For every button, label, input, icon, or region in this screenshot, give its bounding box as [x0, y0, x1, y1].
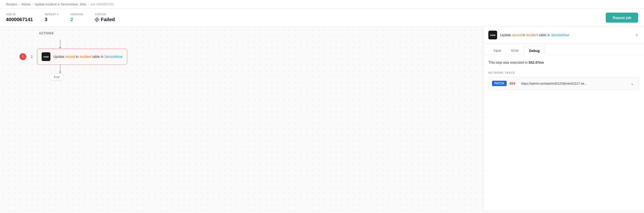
action-service: ServiceNow [104, 55, 122, 59]
execution-prefix: This step was executed in [488, 60, 528, 64]
servicenow-icon-text: now [43, 55, 49, 58]
version-field: VERSION 2 [70, 13, 83, 22]
status-value: Failed [95, 17, 115, 22]
panel-title-suffix: table in [538, 33, 551, 37]
status-code: 404 [510, 81, 518, 85]
breadcrumb-home[interactable]: /Home [21, 2, 30, 6]
expand-trace-button[interactable]: ⌄ [629, 80, 636, 87]
action-prefix: Update [53, 55, 65, 59]
arrow-head-2 [59, 72, 62, 73]
repeat-label: REPEAT # [44, 13, 58, 16]
version-label: VERSION [70, 13, 83, 16]
end-node-wrapper: End [49, 73, 64, 80]
close-panel-button[interactable]: × [634, 31, 639, 39]
tab-error[interactable]: Error [506, 46, 524, 54]
job-id-label: JOB ID [6, 13, 33, 16]
panel-body: This step was executed in 552.47ms NETWO… [484, 55, 644, 211]
network-trace-label: NETWORK TRACE [488, 71, 639, 74]
breadcrumb-recipes[interactable]: Recipes [6, 2, 17, 6]
status-field: STATUS Failed [95, 13, 115, 22]
main-content: ACTIONS ! 2 now Update record in Inciden… [0, 27, 644, 211]
tab-input[interactable]: Input [488, 46, 506, 54]
version-value: 2 [70, 17, 83, 22]
servicenow-icon: now [42, 52, 50, 61]
action-mid: in [75, 55, 80, 59]
repeat-value: 3 [44, 17, 58, 22]
job-id-field: JOB ID 4000067141 [6, 13, 33, 22]
tab-debug[interactable]: Debug [524, 46, 545, 55]
panel-icon-text: now [490, 33, 496, 36]
step-number: 2 [29, 55, 34, 59]
right-panel-header: now Update record in Incident table in S… [484, 27, 644, 43]
actions-label: ACTIONS [39, 32, 478, 35]
trace-row[interactable]: PATCH 404 https://admin:workato%40123@ve… [488, 77, 639, 90]
action-table: Incident [80, 55, 91, 59]
panel-title-mid: in [522, 33, 526, 37]
step-row: ! 2 now Update record in Incident table … [20, 49, 127, 65]
panel-title-prefix: Update [500, 33, 512, 37]
repeat-field: REPEAT # 3 [44, 13, 58, 22]
panel-servicenow-icon: now [488, 31, 497, 39]
tabs-bar: Input Error Debug [484, 43, 644, 55]
status-diamond-icon [94, 17, 100, 22]
panel-title: Update record in Incident table in Servi… [500, 33, 631, 37]
execution-text: This step was executed in 552.47ms [488, 60, 639, 64]
end-node: End [49, 73, 64, 80]
action-card[interactable]: now Update record in Incident table in S… [37, 49, 127, 65]
arrow-connector-top [59, 40, 62, 49]
right-panel: now Update record in Incident table in S… [483, 27, 644, 211]
arrow-head [59, 47, 62, 49]
repeat-job-button[interactable]: Repeat job [606, 13, 638, 23]
action-text: Update record in Incident table in Servi… [53, 55, 122, 59]
flow-panel: ACTIONS ! 2 now Update record in Inciden… [0, 27, 483, 211]
panel-title-record: record [512, 33, 522, 37]
panel-title-table: Incident [526, 33, 538, 37]
breadcrumb-jobs[interactable]: Update incident in ServiceNow: Jobs [34, 2, 86, 6]
breadcrumb-sep-3: › [88, 2, 89, 6]
meta-bar: JOB ID 4000067141 REPEAT # 3 VERSION 2 S… [0, 9, 644, 27]
breadcrumb: Recipes › /Home › Update incident in Ser… [0, 0, 644, 9]
breadcrumb-current: Job 4000067153 [90, 2, 114, 6]
job-id-value: 4000067141 [6, 17, 33, 22]
method-badge: PATCH [492, 81, 507, 86]
status-text: Failed [101, 17, 115, 22]
status-label: STATUS [95, 13, 115, 16]
action-record: record [65, 55, 75, 59]
arrow-connector-bottom [59, 65, 62, 73]
breadcrumb-sep-1: › [19, 2, 20, 6]
panel-title-service: ServiceNow [551, 33, 569, 37]
action-suffix: table in [91, 55, 104, 59]
trace-url: https://admin:workato%40123@ven01517.se.… [521, 82, 626, 85]
error-icon: ! [20, 53, 26, 60]
flow-container: ! 2 now Update record in Incident table … [20, 40, 478, 80]
arrow-line-2 [60, 65, 60, 72]
arrow-line [60, 40, 60, 47]
execution-time: 552.47ms [528, 60, 544, 64]
breadcrumb-sep-2: › [32, 2, 33, 6]
